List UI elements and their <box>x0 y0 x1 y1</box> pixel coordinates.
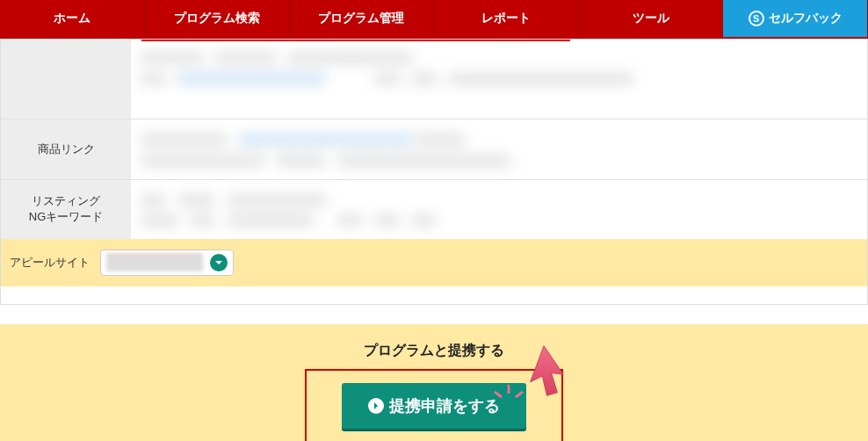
blurred-content: ああ あああ ああああああああ。 あああ、ああ あああああああ、 ああ ああ あ… <box>141 189 857 231</box>
row-label-top <box>1 40 131 119</box>
cta-highlight-frame: 提携申請をする <box>305 369 563 441</box>
svg-line-1 <box>495 392 502 397</box>
nav-report[interactable]: レポート <box>434 0 579 37</box>
nav-program-manage[interactable]: プログラム管理 <box>289 0 434 37</box>
row-label-product-link: 商品リンク <box>1 119 131 179</box>
nav-home[interactable]: ホーム <box>0 0 145 37</box>
row-body-top: あああああ、あああああ、ああああああああああ。 ああ：ああああああああああああ … <box>131 40 867 119</box>
detail-row-listing-ng: リスティング NGキーワード ああ あああ ああああああああ。 あああ、ああ あ… <box>1 179 867 240</box>
row-body-listing-ng: ああ あああ ああああああああ。 あああ、ああ あああああああ、 ああ ああ あ… <box>131 180 867 240</box>
appeal-site-bar: アピールサイト <box>1 239 867 286</box>
appeal-selected-value <box>106 254 203 271</box>
listing-label-line1: リスティング <box>32 193 100 209</box>
row-body-product-link: あああああああ、ああああああああああああああ ああああ。 ああああああああああ … <box>131 119 867 179</box>
nav-selfback-label: セルフバック <box>769 11 843 26</box>
blurred-content: あああああ、あああああ、ああああああああああ。 ああ：ああああああああああああ … <box>141 47 857 89</box>
red-separator <box>141 40 570 41</box>
detail-row-product-link: 商品リンク あああああああ、ああああああああああああああ ああああ。 あああああ… <box>1 119 867 179</box>
detail-row-top: あああああ、あああああ、ああああああああああ。 ああ：ああああああああああああ … <box>1 39 867 119</box>
cta-button-label: 提携申請をする <box>389 395 500 416</box>
appeal-site-select[interactable] <box>100 249 234 276</box>
main-nav: ホーム プログラム検索 プログラム管理 レポート ツール S セルフバック <box>0 0 868 39</box>
arrow-right-circle-icon <box>368 398 384 414</box>
program-detail: あああああ、あああああ、ああああああああああ。 ああ：ああああああああああああ … <box>0 39 868 305</box>
cursor-pointer-icon <box>517 344 570 397</box>
nav-tool[interactable]: ツール <box>579 0 724 37</box>
row-label-listing-ng: リスティング NGキーワード <box>1 180 131 240</box>
chevron-down-icon <box>210 254 228 271</box>
listing-label-line2: NGキーワード <box>29 209 104 225</box>
nav-selfback[interactable]: S セルフバック <box>723 0 868 37</box>
cta-section: プログラムと提携する 提携申請をする <box>0 324 868 441</box>
appeal-label: アピールサイト <box>10 255 90 271</box>
selfback-icon: S <box>749 11 764 26</box>
nav-program-search[interactable]: プログラム検索 <box>145 0 290 37</box>
blurred-content: あああああああ、ああああああああああああああ ああああ。 ああああああああああ … <box>141 128 857 170</box>
cta-title: プログラムと提携する <box>0 342 868 360</box>
